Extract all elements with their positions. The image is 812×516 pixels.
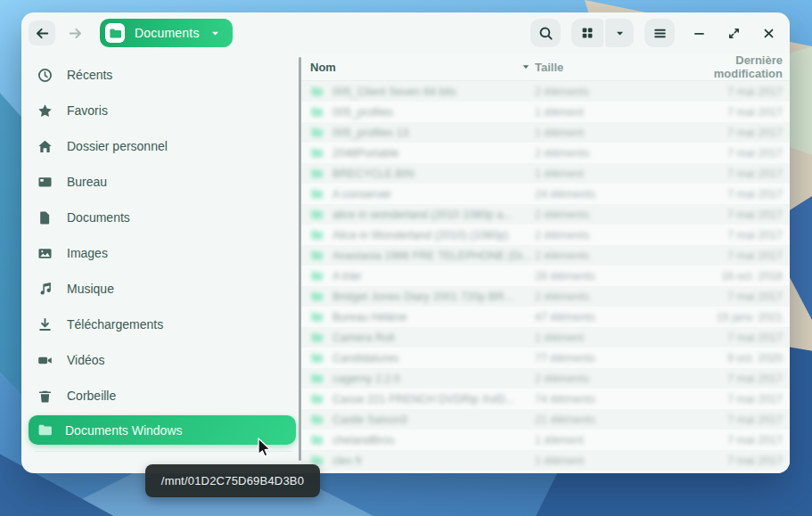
file-list-body: 005_Client Seven 64 bits 2 éléments 7 ma… [301,81,790,473]
maximize-button[interactable] [723,22,744,44]
file-name: cagerny 2.2.0 [332,373,400,385]
file-modified-date: 7 mai 2017 [676,168,783,180]
forward-button[interactable] [62,20,87,45]
file-list-pane: Nom Taille Dernière modification 005_Cli… [301,53,790,473]
sidebar-item-musique[interactable]: Musique [29,271,296,307]
table-row[interactable]: Casse 221 FRENCH DVDRip XviD... 74 éléme… [301,389,790,409]
location-button[interactable]: Documents [100,19,233,47]
sidebar-item-favoris[interactable]: Favoris [29,93,296,128]
table-row[interactable]: BRECYCLE.BIN 1 élément 7 mai 2017 [301,163,790,184]
sidebar-scrollbar[interactable] [299,57,301,461]
folder-icon [310,372,324,385]
file-name: Camera Roll [332,332,394,344]
file-modified-date: 7 mai 2017 [676,147,783,160]
file-modified-date: 7 mai 2017 [676,434,783,446]
file-manager-window: Documents [21,12,790,473]
file-size: 47 éléments [535,311,676,324]
file-size: 2 éléments [535,86,676,98]
file-modified-date: 7 mai 2017 [676,188,783,201]
file-name: BRECYCLE.BIN [332,168,414,180]
column-header-size[interactable]: Taille [535,61,676,74]
sidebar-item-bureau[interactable]: Bureau [29,164,296,200]
folder-icon [310,392,324,405]
file-modified-date: 7 mai 2017 [676,209,783,221]
table-row[interactable]: Alice in Wonderland (2010) (1080p) 2 élé… [301,225,790,245]
sidebar-item-label: Images [67,246,108,260]
folder-icon [310,85,324,98]
folder-icon [310,146,324,160]
file-modified-date: 7 mai 2017 [676,291,783,303]
file-modified-date: 7 mai 2017 [676,229,783,242]
image-icon [37,246,53,261]
table-row[interactable]: comptes 3 éléments 7 mai 2017 [301,471,790,473]
sort-descending-icon [521,61,531,72]
table-row[interactable]: 005_profiles 1 élément 7 mai 2017 [301,102,790,122]
sidebar-item-dossier-personnel[interactable]: Dossier personnel [29,128,296,164]
file-modified-date: 7 mai 2017 [676,393,783,405]
folder-icon [310,228,324,242]
file-name: 005_Client Seven 64 bits [332,86,456,98]
table-row[interactable]: Anastasia 1986 FRE TELEPHONE (Di... 2 él… [301,245,790,266]
folder-icon [310,269,324,283]
column-header-modified[interactable]: Dernière modification [676,53,783,80]
grid-view-button[interactable] [571,19,603,47]
search-button[interactable] [530,19,561,47]
file-name: A conserver [332,188,391,201]
file-size: 28 éléments [535,270,676,283]
file-size: 1 élément [535,168,676,180]
main-menu-button[interactable] [644,19,675,47]
table-row[interactable]: Bureau Hélène 47 éléments 15 janv. 2021 [301,307,790,327]
sidebar-item-label: Favoris [67,103,108,118]
sidebar-item-recents[interactable]: Récents [29,57,296,93]
table-row[interactable]: Castle Saison3 21 éléments 7 mai 2017 [301,409,790,430]
table-row[interactable]: Camera Roll 1 élément 7 mai 2017 [301,327,790,348]
table-row[interactable]: cles fr 1 élément 7 mai 2017 [301,450,790,471]
file-size: 2 éléments [535,229,676,242]
sidebar-item-corbeille[interactable]: Corbeille [29,378,296,414]
file-name: Candidatures [332,352,398,364]
table-row[interactable]: Candidatures 77 éléments 9 oct. 2020 [301,348,790,368]
view-options-button[interactable] [605,19,634,47]
back-button[interactable] [29,20,55,45]
file-modified-date: 9 oct. 2020 [676,352,783,364]
minimize-icon [693,27,706,40]
file-name-cell: Casse 221 FRENCH DVDRip XviD... [310,392,535,405]
sidebar-item-label: Documents Windows [65,423,183,438]
document-icon [37,210,53,225]
file-name: Castle Saison3 [332,414,407,426]
file-modified-date: 7 mai 2017 [676,250,783,262]
file-modified-date: 7 mai 2017 [676,332,783,344]
sidebar-item-videos[interactable]: Vidéos [29,342,296,378]
video-icon [37,353,53,368]
folder-icon [310,310,324,324]
table-row[interactable]: 2048Portable 2 éléments 7 mai 2017 [301,143,790,163]
table-row[interactable]: cagerny 2.2.0 2 éléments 7 mai 2017 [301,368,790,389]
file-size: 77 éléments [535,352,676,364]
file-size: 74 éléments [535,393,676,405]
file-size: 2 éléments [535,291,676,303]
table-row[interactable]: A conserver 24 éléments 7 mai 2017 [301,184,790,204]
file-modified-date: 15 janv. 2021 [676,311,783,324]
search-icon [538,26,554,41]
table-row[interactable]: alice in wonderland (2010 1080p a... 2 é… [301,204,790,225]
table-row[interactable]: Bridget Jones Diary 2001 720p BR... 2 él… [301,286,790,307]
sidebar-item-telechargements[interactable]: Téléchargements [29,307,296,342]
chevron-down-icon [614,28,626,39]
path-tooltip: /mnt/01D2C75D69B4D3B0 [145,464,320,497]
table-row[interactable]: 005_Client Seven 64 bits 2 éléments 7 ma… [301,81,790,102]
trash-icon [37,389,53,404]
sidebar-item-documents[interactable]: Documents [29,200,296,235]
folder-icon [310,187,324,201]
column-header-name[interactable]: Nom [310,61,535,74]
minimize-button[interactable] [688,22,709,44]
folder-icon [310,167,324,180]
table-row[interactable]: 005_profiles 13 1 élément 7 mai 2017 [301,122,790,143]
folder-icon [310,249,324,262]
music-icon [37,282,53,297]
sidebar-item-images[interactable]: Images [29,235,296,271]
file-name: 005_profiles 13 [332,127,408,139]
table-row[interactable]: A trier 28 éléments 16 oct. 2018 [301,266,790,286]
close-button[interactable] [758,22,779,44]
file-size: 2 éléments [535,209,676,221]
table-row[interactable]: chelandBros 1 élément 7 mai 2017 [301,430,790,450]
